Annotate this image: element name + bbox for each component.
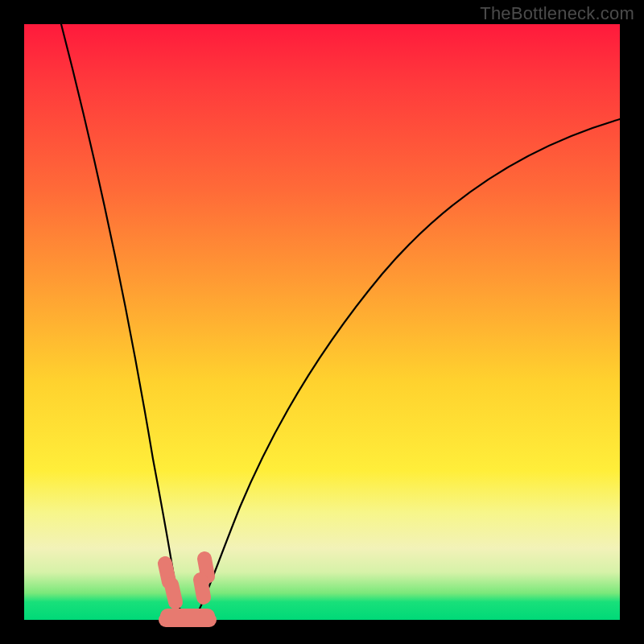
marker-right-cluster	[200, 559, 208, 597]
watermark-text: TheBottleneck.com	[480, 3, 634, 24]
svg-line-2	[204, 559, 208, 576]
curve-layer	[24, 24, 620, 620]
bottleneck-curve-right	[197, 119, 620, 613]
bottleneck-curve-left	[61, 24, 182, 613]
chart-frame: TheBottleneck.com	[0, 0, 644, 644]
plot-area	[24, 24, 620, 620]
marker-left-cluster	[165, 564, 175, 602]
marker-floor-cluster	[166, 616, 209, 620]
svg-line-3	[200, 580, 204, 597]
svg-line-1	[171, 584, 175, 602]
